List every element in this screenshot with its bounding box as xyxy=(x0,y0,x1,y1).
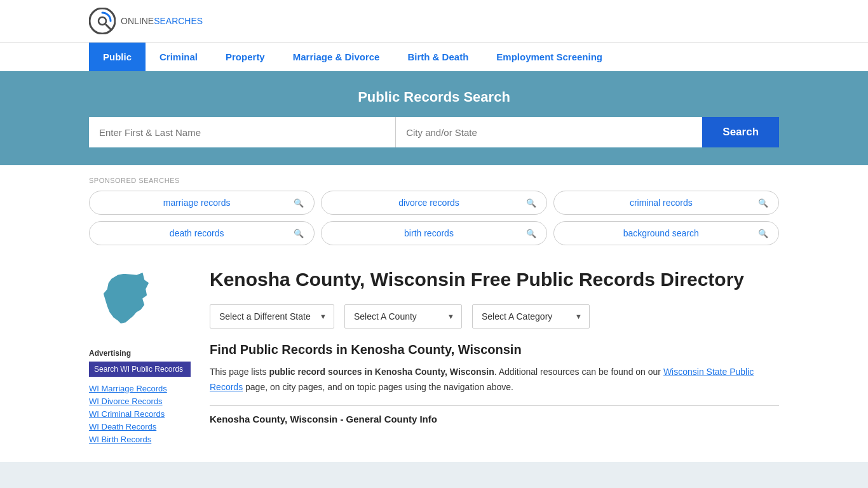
svg-point-1 xyxy=(98,17,106,25)
search-icon-death: 🔍 xyxy=(294,229,304,238)
description-bold: public record sources in Kenosha County,… xyxy=(269,367,494,377)
sponsored-item-birth[interactable]: birth records 🔍 xyxy=(321,221,546,245)
nav-item-marriage-divorce[interactable]: Marriage & Divorce xyxy=(279,43,394,71)
state-selector-wrap: Select a Different State xyxy=(210,304,334,329)
page-title: Kenosha County, Wisconsin Free Public Re… xyxy=(210,267,779,292)
logo-text: ONLINESEARCHES xyxy=(121,16,203,26)
county-selector[interactable]: Select A County xyxy=(344,304,462,329)
sponsored-grid: marriage records 🔍 divorce records 🔍 cri… xyxy=(89,191,779,245)
sidebar-link-criminal[interactable]: WI Criminal Records xyxy=(89,409,191,419)
sidebar-link-divorce[interactable]: WI Divorce Records xyxy=(89,396,191,406)
advertising-label: Advertising xyxy=(89,349,191,358)
sponsored-item-death[interactable]: death records 🔍 xyxy=(89,221,315,245)
main-content: Kenosha County, Wisconsin Free Public Re… xyxy=(210,267,779,447)
wisconsin-map-svg xyxy=(89,267,165,337)
sponsored-item-marriage[interactable]: marriage records 🔍 xyxy=(89,191,315,215)
ad-button[interactable]: Search WI Public Records xyxy=(89,362,191,377)
search-icon-marriage: 🔍 xyxy=(294,198,304,208)
main-nav: Public Criminal Property Marriage & Divo… xyxy=(0,42,868,71)
county-selector-wrap: Select A County xyxy=(344,304,462,329)
header: ONLINESEARCHES xyxy=(0,0,868,42)
section-subtitle: Kenosha County, Wisconsin - General Coun… xyxy=(210,414,437,424)
sponsored-link-birth[interactable]: birth records xyxy=(332,228,526,238)
sponsored-link-death[interactable]: death records xyxy=(100,228,294,238)
nav-item-criminal[interactable]: Criminal xyxy=(146,43,212,71)
find-title: Find Public Records in Kenosha County, W… xyxy=(210,342,779,357)
selectors-row: Select a Different State Select A County… xyxy=(210,304,779,329)
state-selector[interactable]: Select a Different State xyxy=(210,304,334,329)
main-area: SPONSORED SEARCHES marriage records 🔍 di… xyxy=(0,165,868,462)
sidebar-link-marriage[interactable]: WI Marriage Records xyxy=(89,383,191,393)
sidebar: Advertising Search WI Public Records WI … xyxy=(89,267,191,447)
nav-item-property[interactable]: Property xyxy=(212,43,279,71)
sponsored-label: SPONSORED SEARCHES xyxy=(89,177,779,184)
sidebar-link-birth[interactable]: WI Birth Records xyxy=(89,434,191,444)
logo: ONLINESEARCHES xyxy=(89,8,203,34)
sponsored-item-background[interactable]: background search 🔍 xyxy=(553,221,779,245)
content-area: Advertising Search WI Public Records WI … xyxy=(89,252,779,462)
section-divider: Kenosha County, Wisconsin - General Coun… xyxy=(210,405,779,424)
search-banner-title: Public Records Search xyxy=(89,89,779,105)
search-icon-criminal: 🔍 xyxy=(758,198,768,208)
search-form: Search xyxy=(89,117,779,147)
sponsored-link-divorce[interactable]: divorce records xyxy=(332,198,526,208)
nav-item-birth-death[interactable]: Birth & Death xyxy=(393,43,482,71)
sidebar-links: WI Marriage Records WI Divorce Records W… xyxy=(89,383,191,444)
category-selector-wrap: Select A Category xyxy=(472,304,590,329)
sponsored-link-marriage[interactable]: marriage records xyxy=(100,198,294,208)
sponsored-item-divorce[interactable]: divorce records 🔍 xyxy=(321,191,546,215)
page-description: This page lists public record sources in… xyxy=(210,365,779,395)
logo-icon xyxy=(89,8,116,34)
search-icon-background: 🔍 xyxy=(758,229,768,238)
search-button[interactable]: Search xyxy=(702,117,779,147)
nav-item-public[interactable]: Public xyxy=(89,43,146,71)
sponsored-link-background[interactable]: background search xyxy=(564,228,758,238)
category-selector[interactable]: Select A Category xyxy=(472,304,590,329)
sponsored-section: SPONSORED SEARCHES marriage records 🔍 di… xyxy=(89,165,779,252)
location-input[interactable] xyxy=(396,117,702,147)
name-input[interactable] xyxy=(89,117,396,147)
search-banner: Public Records Search Search xyxy=(0,71,868,165)
sponsored-link-criminal[interactable]: criminal records xyxy=(564,198,758,208)
sponsored-item-criminal[interactable]: criminal records 🔍 xyxy=(553,191,779,215)
search-icon-birth: 🔍 xyxy=(526,229,536,238)
sidebar-link-death[interactable]: WI Death Records xyxy=(89,421,191,431)
nav-item-employment[interactable]: Employment Screening xyxy=(482,43,616,71)
search-icon-divorce: 🔍 xyxy=(526,198,536,208)
state-map xyxy=(89,267,191,339)
